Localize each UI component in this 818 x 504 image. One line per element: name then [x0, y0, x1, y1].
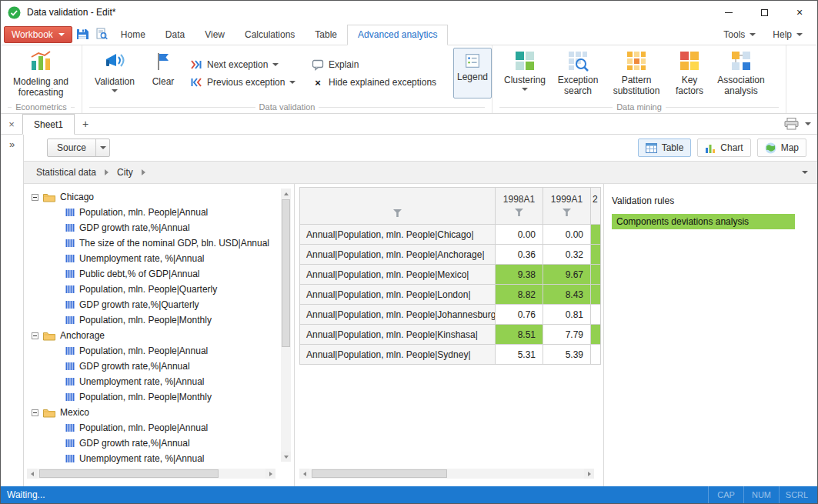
tree-node-series[interactable]: Population, mln. People|Quarterly [30, 282, 277, 297]
breadcrumb-dropdown[interactable] [802, 171, 808, 174]
column-header-1998[interactable]: 1998A1 [496, 188, 543, 225]
tree-node-folder[interactable]: Mexico [30, 405, 277, 420]
table-cell[interactable]: 0.00 [543, 225, 591, 245]
printer-button[interactable] [784, 118, 799, 130]
ribbon-tab-table[interactable]: Table [305, 24, 347, 45]
table-cell[interactable]: 7.79 [543, 325, 591, 345]
source-button[interactable]: Source [47, 139, 110, 157]
table-cell[interactable]: 8.43 [543, 285, 591, 305]
table-cell[interactable]: 9.67 [543, 265, 591, 285]
hide-explained-exceptions-button[interactable]: × Hide explained exceptions [312, 75, 441, 90]
table-horizontal-scrollbar[interactable] [299, 469, 594, 479]
tree-node-series[interactable]: GDP growth rate,%|Annual [30, 359, 277, 374]
expand-panel-button[interactable]: » [9, 139, 15, 150]
table-cell-partial[interactable] [591, 285, 601, 305]
previous-exception-button[interactable]: Previous exception [190, 75, 302, 90]
row-header[interactable]: Annual|Population, mln. People|Anchorage… [300, 245, 496, 265]
tree-node-series[interactable]: Population, mln. People|Annual [30, 420, 277, 436]
tree-vertical-scrollbar[interactable] [281, 189, 291, 462]
tree-node-series[interactable]: Population, mln. People|Monthly [30, 389, 277, 405]
map-view-button[interactable]: Map [757, 139, 806, 157]
table-view-button[interactable]: Table [638, 139, 692, 157]
maximize-button[interactable] [746, 1, 782, 24]
tree-node-series[interactable]: Unemployment rate, %|Annual [30, 251, 277, 266]
scroll-left-button[interactable] [27, 469, 37, 479]
help-menu-button[interactable]: Help [764, 24, 811, 45]
print-preview-button[interactable] [94, 26, 111, 43]
close-sheet-button[interactable]: × [1, 114, 22, 134]
save-button[interactable] [75, 26, 92, 43]
validation-rule-item[interactable]: Components deviations analysis [612, 214, 795, 229]
breadcrumb-item-statistical-data[interactable]: Statistical data [36, 167, 96, 178]
collapse-icon[interactable] [32, 409, 38, 416]
table-cell[interactable]: 5.31 [496, 345, 543, 365]
table-cell[interactable]: 9.38 [496, 265, 543, 285]
ribbon-tab-view[interactable]: View [195, 24, 235, 45]
row-header[interactable]: Annual|Population, mln. People|Kinshasa| [300, 325, 496, 345]
tree-node-series[interactable]: Unemployment rate, %|Annual [30, 451, 277, 466]
tree-node-series[interactable]: Unemployment rate, %|Annual [30, 374, 277, 389]
row-header-filter-cell[interactable] [300, 188, 496, 225]
tree-node-series[interactable]: Population, mln. People|Monthly [30, 312, 277, 328]
scroll-up-button[interactable] [281, 189, 291, 199]
tree-node-series[interactable]: The size of the nominal GDP, bln. USD|An… [30, 235, 277, 251]
scrollbar-thumb[interactable] [312, 469, 447, 478]
table-cell[interactable]: 0.00 [496, 225, 543, 245]
table-cell[interactable]: 0.32 [543, 245, 591, 265]
table-cell-partial[interactable] [591, 305, 601, 325]
legend-button[interactable]: Legend [453, 48, 492, 98]
tree-node-series[interactable]: GDP growth rate,%|Quarterly [30, 297, 277, 312]
row-header[interactable]: Annual|Population, mln. People|London| [300, 285, 496, 305]
tree-horizontal-scrollbar[interactable] [27, 469, 275, 479]
close-button[interactable]: × [782, 1, 817, 24]
table-cell-partial[interactable] [591, 225, 601, 245]
row-header[interactable]: Annual|Population, mln. People|Sydney| [300, 345, 496, 365]
table-cell[interactable]: 8.51 [496, 325, 543, 345]
table-cell[interactable]: 0.76 [496, 305, 543, 325]
source-dropdown[interactable] [95, 139, 109, 156]
row-header[interactable]: Annual|Population, mln. People|Johannesb… [300, 305, 496, 325]
table-cell-partial[interactable] [591, 345, 601, 365]
tree-node-series[interactable]: GDP growth rate,%|Annual [30, 436, 277, 451]
column-header-partial[interactable]: 2 [591, 188, 601, 225]
scrollbar-thumb[interactable] [282, 199, 290, 347]
sheet-tab-sheet1[interactable]: Sheet1 [22, 114, 75, 135]
table-cell-partial[interactable] [591, 265, 601, 285]
scrollbar-thumb[interactable] [39, 469, 219, 478]
minimize-button[interactable] [711, 1, 746, 24]
collapse-icon[interactable] [32, 332, 38, 339]
ribbon-tab-home[interactable]: Home [111, 24, 155, 45]
tree-node-folder[interactable]: Anchorage [30, 328, 277, 343]
breadcrumb-item-city[interactable]: City [117, 167, 133, 178]
scroll-right-button[interactable] [265, 469, 275, 479]
table-cell[interactable]: 0.81 [543, 305, 591, 325]
table-cell-partial[interactable] [591, 325, 601, 345]
scroll-left-button[interactable] [299, 469, 309, 479]
explain-button[interactable]: Explain [312, 57, 441, 72]
workbook-menu-button[interactable]: Workbook [4, 26, 72, 43]
tree-node-series[interactable]: Public debt,% of GDP|Annual [30, 266, 277, 282]
clear-button[interactable]: Clear [144, 48, 182, 87]
modeling-forecasting-button[interactable]: Modeling and forecasting [4, 48, 78, 98]
table-cell[interactable]: 0.36 [496, 245, 543, 265]
scroll-down-button[interactable] [281, 452, 291, 462]
collapse-icon[interactable] [32, 194, 38, 201]
validation-button[interactable]: Validation [92, 48, 138, 92]
pattern-substitution-button[interactable]: Pattern substitution [605, 48, 668, 97]
tools-menu-button[interactable]: Tools [715, 24, 764, 45]
table-cell-partial[interactable] [591, 245, 601, 265]
ribbon-tab-data[interactable]: Data [155, 24, 195, 45]
row-header[interactable]: Annual|Population, mln. People|Mexico| [300, 265, 496, 285]
next-exception-button[interactable]: Next exception [190, 57, 302, 72]
table-cell[interactable]: 5.39 [543, 345, 591, 365]
print-options-dropdown[interactable] [805, 122, 811, 125]
tree-node-series[interactable]: Population, mln. People|Annual [30, 343, 277, 359]
add-sheet-button[interactable]: + [75, 114, 96, 134]
exception-search-button[interactable]: Exception search [551, 48, 605, 97]
row-header[interactable]: Annual|Population, mln. People|Chicago| [300, 225, 496, 245]
table-cell[interactable]: 8.82 [496, 285, 543, 305]
chart-view-button[interactable]: Chart [697, 139, 750, 157]
clustering-button[interactable]: Clustering [499, 48, 551, 91]
tree-node-series[interactable]: GDP growth rate,%|Annual [30, 220, 277, 235]
association-analysis-button[interactable]: Association analysis [711, 48, 771, 97]
